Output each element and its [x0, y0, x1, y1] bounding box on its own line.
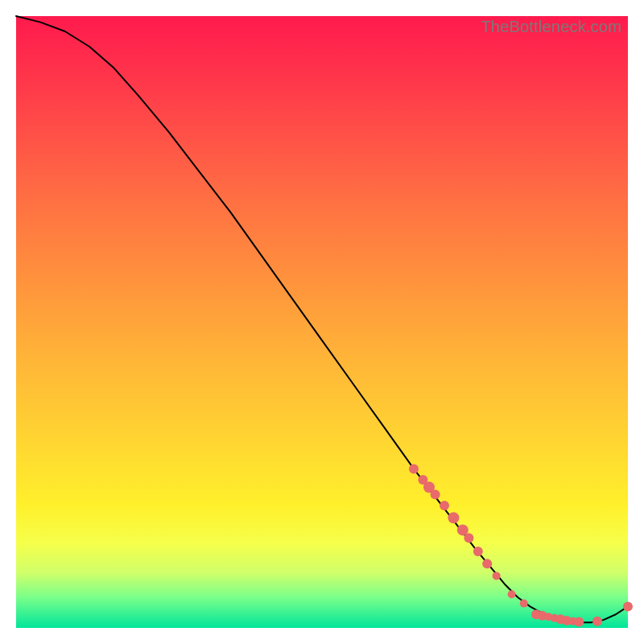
scatter-dot — [473, 547, 483, 556]
chart-root: TheBottleneck.com — [0, 0, 644, 644]
scatter-dot — [574, 617, 584, 626]
plot-area: TheBottleneck.com — [16, 16, 628, 628]
scatter-dot — [431, 489, 440, 499]
scatter-dot — [482, 559, 492, 568]
scatter-dot — [464, 533, 473, 543]
scatter-dot — [592, 617, 602, 626]
scatter-dot — [493, 572, 501, 580]
scatter-group — [409, 464, 633, 626]
chart-svg — [16, 16, 628, 628]
scatter-dot — [448, 512, 459, 523]
main-curve — [16, 16, 628, 622]
scatter-dot — [440, 501, 449, 510]
scatter-dot — [409, 464, 419, 473]
scatter-dot — [508, 590, 516, 598]
scatter-dot — [623, 601, 633, 611]
scatter-dot — [520, 600, 528, 608]
